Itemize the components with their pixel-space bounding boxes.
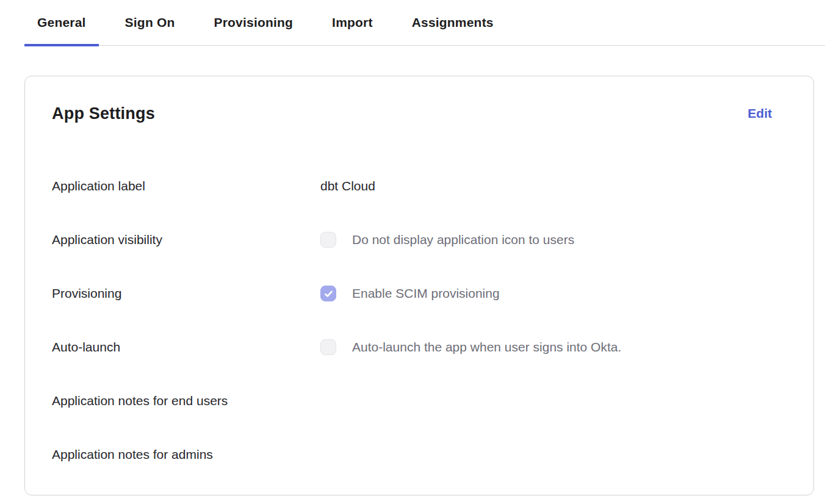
tab-label: Provisioning <box>214 15 294 30</box>
provisioning-checkbox[interactable] <box>320 286 336 301</box>
app-settings-card: App Settings Edit Application label dbt … <box>24 76 814 495</box>
row-provisioning: Provisioning Enable SCIM provisioning <box>52 267 787 320</box>
tab-label: General <box>37 15 86 30</box>
auto-launch-checkbox-label: Auto-launch the app when user signs into… <box>352 340 621 355</box>
row-value: dbt Cloud <box>320 179 375 193</box>
row-application-notes-for-admins: Application notes for admins <box>52 428 787 481</box>
row-label: Application notes for admins <box>52 447 320 462</box>
tab-label: Sign On <box>125 15 175 30</box>
row-auto-launch: Auto-launch Auto-launch the app when use… <box>52 320 787 374</box>
tab-provisioning[interactable]: Provisioning <box>201 0 306 45</box>
application-visibility-checkbox[interactable] <box>320 232 336 248</box>
application-visibility-checkbox-label: Do not display application icon to users <box>352 232 574 247</box>
application-label-value: dbt Cloud <box>320 179 375 193</box>
row-application-notes-for-end-users: Application notes for end users <box>52 374 787 428</box>
row-value: Enable SCIM provisioning <box>320 286 500 301</box>
check-icon <box>323 289 334 299</box>
tab-import[interactable]: Import <box>319 0 386 45</box>
row-label: Provisioning <box>52 286 320 301</box>
card-header: App Settings Edit <box>52 102 787 125</box>
row-label: Auto-launch <box>52 340 320 355</box>
settings-rows: Application label dbt Cloud Application … <box>52 159 787 481</box>
row-label: Application label <box>52 179 320 193</box>
tab-sign-on[interactable]: Sign On <box>112 0 188 45</box>
row-application-visibility: Application visibility Do not display ap… <box>52 213 787 267</box>
row-application-label: Application label dbt Cloud <box>52 159 787 213</box>
tab-label: Assignments <box>412 15 494 30</box>
row-value: Do not display application icon to users <box>320 232 574 248</box>
row-label: Application notes for end users <box>52 394 320 408</box>
tab-label: Import <box>332 15 373 30</box>
tab-general[interactable]: General <box>24 0 99 45</box>
row-value: Auto-launch the app when user signs into… <box>320 339 621 355</box>
card-title: App Settings <box>52 102 155 125</box>
auto-launch-checkbox[interactable] <box>320 339 336 355</box>
tab-bar: General Sign On Provisioning Import Assi… <box>24 0 825 46</box>
edit-button[interactable]: Edit <box>748 106 772 121</box>
provisioning-checkbox-label: Enable SCIM provisioning <box>352 286 500 301</box>
row-label: Application visibility <box>52 232 320 247</box>
tab-assignments[interactable]: Assignments <box>399 0 506 45</box>
